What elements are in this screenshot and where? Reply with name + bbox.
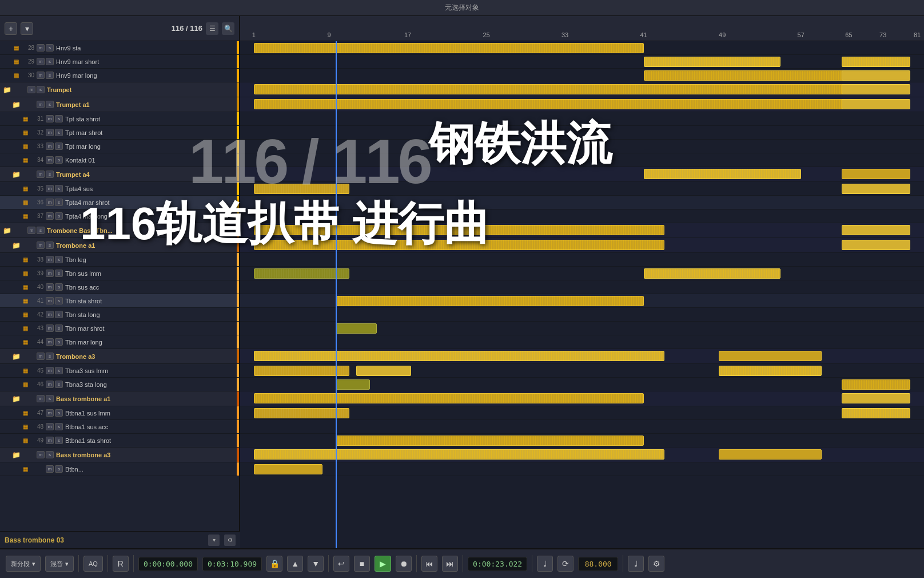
midi-clip[interactable] [336, 436, 643, 446]
mute-button[interactable]: m [37, 171, 45, 178]
mute-button[interactable]: m [46, 338, 54, 346]
mute-button[interactable]: m [37, 451, 45, 458]
mix-button[interactable]: 混音 ▾ [45, 556, 74, 572]
mute-button[interactable]: m [46, 156, 54, 164]
arrange-row[interactable] [240, 378, 924, 391]
solo-button[interactable]: s [55, 437, 63, 444]
midi-clip[interactable] [719, 366, 821, 376]
track-row[interactable]: ▦ m s Btbn... [0, 462, 239, 476]
track-row[interactable]: ▦ 33 m s Tpt mar long [0, 140, 239, 153]
midi-clip[interactable] [254, 366, 349, 376]
midi-clip[interactable] [254, 84, 849, 94]
solo-button[interactable]: s [46, 451, 54, 458]
midi-clip[interactable] [719, 351, 821, 361]
folder-row[interactable]: 📁 m s Trumpet a4 [0, 167, 239, 182]
folder-row[interactable]: 📁 m s Trombone a3 [0, 349, 239, 364]
solo-button[interactable]: s [55, 256, 63, 263]
mute-button[interactable]: m [46, 115, 54, 122]
solo-button[interactable]: s [55, 283, 63, 291]
midi-clip[interactable] [644, 268, 780, 279]
solo-button[interactable]: s [55, 142, 63, 150]
midi-clip[interactable] [254, 449, 664, 460]
midi-clip[interactable] [336, 379, 370, 390]
solo-button[interactable]: s [55, 409, 63, 417]
track-row[interactable]: ▦ 35 m s Tpta4 sus [0, 182, 239, 196]
folder-row[interactable]: 📁 m s Trumpet a1 [0, 97, 239, 112]
mute-button[interactable]: m [27, 86, 35, 93]
arrange-row[interactable] [240, 182, 924, 196]
mute-button[interactable]: m [27, 227, 35, 234]
folder-row[interactable]: 📁 m s Bass trombone a3 [0, 448, 239, 462]
mute-button[interactable]: m [46, 423, 54, 430]
track-row[interactable]: ▦ 37 m s Tpta4 mar long [0, 209, 239, 223]
arrange-row[interactable] [240, 41, 924, 55]
midi-clip[interactable] [842, 393, 910, 403]
solo-button[interactable]: s [55, 297, 63, 304]
arrange-row[interactable] [240, 420, 924, 434]
midi-clip[interactable] [254, 351, 664, 361]
track-row[interactable]: ▦ 44 m s Tbn mar long [0, 335, 239, 349]
midi-clip[interactable] [842, 225, 910, 235]
arrange-row[interactable] [240, 294, 924, 308]
midi-clip[interactable] [356, 366, 411, 376]
solo-button[interactable]: s [55, 270, 63, 277]
track-list-icon[interactable]: ☰ [206, 22, 218, 35]
solo-button[interactable]: s [37, 227, 45, 234]
note-icon[interactable]: ♩ [537, 556, 553, 572]
metronome-icon[interactable]: ♩ [628, 556, 644, 572]
arrange-row[interactable] [240, 462, 924, 476]
solo-button[interactable]: s [55, 115, 63, 122]
arrow-up-icon[interactable]: ▲ [287, 556, 303, 572]
track-settings-icon[interactable]: ▾ [208, 535, 220, 546]
track-row[interactable]: ▦ 39 m s Tbn sus lmm [0, 267, 239, 280]
mute-button[interactable]: m [46, 367, 54, 374]
midi-clip[interactable] [254, 393, 644, 403]
track-row[interactable]: ▦ 43 m s Tbn mar shrot [0, 322, 239, 335]
arrange-row[interactable] [240, 253, 924, 267]
solo-button[interactable]: s [55, 311, 63, 318]
midi-clip[interactable] [842, 169, 910, 179]
folder-row[interactable]: 📁 m s Trumpet [0, 82, 239, 97]
solo-button[interactable]: s [55, 185, 63, 192]
solo-button[interactable]: s [46, 72, 54, 79]
mute-button[interactable]: m [46, 324, 54, 332]
mute-button[interactable]: m [46, 212, 54, 220]
arrow-down-icon[interactable]: ▼ [308, 556, 324, 572]
mute-button[interactable]: m [37, 242, 45, 249]
solo-button[interactable]: s [55, 367, 63, 374]
midi-clip[interactable] [644, 169, 801, 179]
midi-clip[interactable] [254, 464, 322, 474]
mute-button[interactable]: m [46, 199, 54, 206]
record-button[interactable]: ⏺ [396, 556, 412, 572]
next-button[interactable]: ⏭ [442, 556, 458, 572]
mute-button[interactable]: m [46, 142, 54, 150]
add-track-button[interactable]: + [5, 22, 17, 35]
mute-button[interactable]: m [37, 58, 45, 65]
track-row[interactable]: ▦ 47 m s Btbna1 sus lmm [0, 406, 239, 420]
prev-button[interactable]: ⏮ [421, 556, 437, 572]
mute-button[interactable]: m [46, 381, 54, 388]
midi-clip[interactable] [842, 184, 910, 194]
mute-button[interactable]: m [37, 72, 45, 79]
midi-clip[interactable] [842, 379, 910, 390]
track-row[interactable]: ▦ 36 m s Tpta4 mar shrot [0, 196, 239, 209]
arrange-row[interactable] [240, 406, 924, 420]
folder-row[interactable]: 📁 m s Trombone a1 [0, 238, 239, 253]
folder-row[interactable]: 📁 m s Bass trombone a1 [0, 391, 239, 406]
solo-button[interactable]: s [55, 381, 63, 388]
solo-button[interactable]: s [55, 129, 63, 136]
mute-button[interactable]: m [37, 353, 45, 360]
track-row[interactable]: ▦ 29 m s Hnv9 mar short [0, 55, 239, 69]
folder-row[interactable]: 📁 m s Trombone Bass Tbn... [0, 223, 239, 238]
solo-button[interactable]: s [46, 101, 54, 108]
mute-button[interactable]: m [46, 311, 54, 318]
midi-clip[interactable] [842, 84, 910, 94]
solo-button[interactable]: s [55, 324, 63, 332]
arrange-tracks[interactable] [240, 41, 924, 548]
arrange-row[interactable] [240, 196, 924, 209]
mute-button[interactable]: m [46, 256, 54, 263]
arrange-row[interactable] [240, 209, 924, 223]
mute-button[interactable]: m [46, 465, 54, 473]
track-row[interactable]: ▦ 49 m s Btbna1 sta shrot [0, 434, 239, 448]
solo-button[interactable]: s [37, 86, 45, 93]
